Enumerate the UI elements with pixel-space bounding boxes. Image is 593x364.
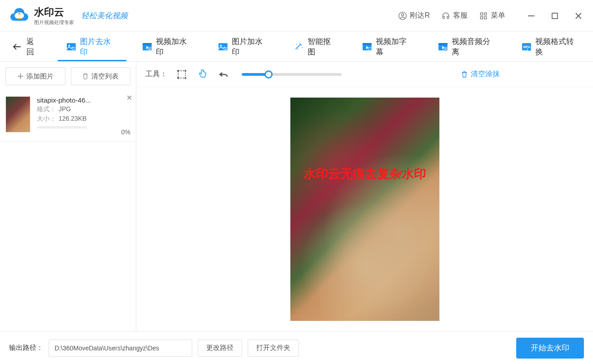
titlebar: 水印云 图片视频处理专家 轻松美化视频 刚达R 客服 菜单 bbox=[0, 0, 593, 32]
tab-image-add-watermark[interactable]: 图片加水印 bbox=[206, 32, 282, 61]
file-remove-button[interactable]: ✕ bbox=[126, 93, 132, 102]
clear-smear-button[interactable]: 清空涂抹 bbox=[461, 69, 500, 79]
image-plus-icon bbox=[218, 43, 228, 51]
svg-point-44 bbox=[184, 77, 186, 79]
canvas-area: 水印云无痕去复杂水印 bbox=[136, 87, 593, 331]
trash-icon bbox=[461, 71, 468, 78]
window-controls bbox=[526, 10, 584, 21]
svg-rect-8 bbox=[552, 13, 558, 19]
tab-label: 视频音频分离 bbox=[452, 36, 497, 57]
file-size: 大小： 126.23KB bbox=[37, 115, 130, 123]
svg-point-43 bbox=[177, 77, 179, 79]
service-label: 客服 bbox=[453, 11, 468, 20]
select-box-icon bbox=[176, 69, 187, 80]
menu-label: 菜单 bbox=[491, 11, 505, 20]
change-path-button[interactable]: 更改路径 bbox=[198, 339, 242, 357]
tab-label: 图片去水印 bbox=[80, 36, 118, 57]
image-icon bbox=[66, 43, 76, 51]
workspace: 工具： 清空涂抹 水印云无痕去复杂水印 bbox=[136, 62, 593, 331]
plus-icon bbox=[17, 73, 24, 79]
tab-audio-separate[interactable]: 视频音频分离 bbox=[426, 32, 509, 61]
minimize-button[interactable] bbox=[526, 10, 537, 21]
svg-point-12 bbox=[68, 44, 70, 46]
tab-label: 智能抠图 bbox=[308, 36, 338, 57]
grid-icon bbox=[479, 11, 488, 20]
canvas-image[interactable]: 水印云无痕去复杂水印 bbox=[290, 98, 439, 321]
watermark-text: 水印云无痕去复杂水印 bbox=[295, 166, 435, 182]
tab-smart-cutout[interactable]: 智能抠图 bbox=[282, 32, 350, 61]
tab-image-remove-watermark[interactable]: 图片去水印 bbox=[54, 32, 130, 61]
output-path-label: 输出路径： bbox=[9, 344, 43, 352]
select-tool[interactable] bbox=[175, 68, 188, 81]
main-area: 添加图片 清空列表 sitapix-photo-46... 格式： JPG 大小… bbox=[0, 62, 593, 331]
file-progress-percent: 0% bbox=[37, 128, 130, 136]
svg-rect-40 bbox=[178, 71, 185, 78]
tab-video-subtitle[interactable]: T 视频加字幕 bbox=[350, 32, 426, 61]
brush-tool[interactable] bbox=[196, 68, 209, 81]
undo-icon bbox=[218, 69, 229, 80]
svg-point-2 bbox=[402, 14, 404, 16]
file-item[interactable]: sitapix-photo-46... 格式： JPG 大小： 126.23KB… bbox=[0, 91, 136, 142]
close-icon bbox=[574, 12, 583, 20]
user-button[interactable]: 刚达R bbox=[398, 11, 430, 20]
output-path-input[interactable]: D:\360MoveData\Users\zhangyz\Des bbox=[49, 339, 192, 357]
video-audio-icon bbox=[438, 43, 448, 51]
clear-smear-label: 清空涂抹 bbox=[471, 69, 500, 79]
tab-label: 视频加字幕 bbox=[376, 36, 414, 57]
minimize-icon bbox=[527, 12, 535, 20]
file-name: sitapix-photo-46... bbox=[37, 96, 105, 104]
svg-rect-3 bbox=[480, 13, 483, 15]
sidebar: 添加图片 清空列表 sitapix-photo-46... 格式： JPG 大小… bbox=[0, 62, 136, 331]
sidebar-header: 添加图片 清空列表 bbox=[0, 62, 136, 91]
toolbar: 工具： 清空涂抹 bbox=[136, 62, 593, 87]
svg-point-37 bbox=[528, 47, 531, 51]
file-list: sitapix-photo-46... 格式： JPG 大小： 126.23KB… bbox=[0, 91, 136, 331]
close-button[interactable] bbox=[573, 10, 584, 21]
tab-video-convert[interactable]: MP4 视频格式转换 bbox=[509, 32, 593, 61]
file-format: 格式： JPG bbox=[37, 105, 130, 113]
add-image-button[interactable]: 添加图片 bbox=[5, 67, 65, 85]
wand-icon bbox=[294, 43, 304, 51]
slider-thumb[interactable] bbox=[264, 70, 273, 79]
undo-tool[interactable] bbox=[217, 68, 230, 81]
app-subtitle: 图片视频处理专家 bbox=[34, 19, 74, 26]
tab-label: 视频加水印 bbox=[156, 36, 194, 57]
app-slogan: 轻松美化视频 bbox=[81, 10, 128, 21]
file-info: sitapix-photo-46... 格式： JPG 大小： 126.23KB… bbox=[37, 96, 130, 136]
service-button[interactable]: 客服 bbox=[441, 11, 468, 20]
svg-point-21 bbox=[220, 44, 222, 46]
svg-rect-33 bbox=[439, 43, 448, 44]
back-button[interactable]: 返回 bbox=[0, 32, 54, 61]
svg-point-26 bbox=[302, 47, 303, 48]
menu-button[interactable]: 菜单 bbox=[479, 11, 505, 20]
svg-point-25 bbox=[296, 44, 297, 44]
start-button[interactable]: 开始去水印 bbox=[516, 338, 584, 359]
clear-list-button[interactable]: 清空列表 bbox=[71, 67, 131, 85]
tool-label: 工具： bbox=[145, 69, 167, 79]
tabs-bar: 返回 图片去水印 视频加水印 图片加水印 智能抠图 T 视频加字幕 视频音频分离… bbox=[0, 32, 593, 62]
titlebar-right: 刚达R 客服 菜单 bbox=[398, 10, 584, 21]
user-icon bbox=[398, 11, 407, 20]
open-folder-button[interactable]: 打开文件夹 bbox=[248, 339, 299, 357]
brush-size-slider[interactable] bbox=[242, 73, 342, 76]
hand-pointer-icon bbox=[197, 69, 208, 80]
tab-video-add-watermark[interactable]: 视频加水印 bbox=[130, 32, 206, 61]
clear-list-label: 清空列表 bbox=[91, 72, 119, 81]
video-text-icon: T bbox=[362, 43, 372, 51]
app-logo-icon bbox=[9, 5, 30, 26]
svg-point-27 bbox=[298, 49, 299, 49]
tab-label: 图片加水印 bbox=[232, 36, 269, 57]
svg-point-41 bbox=[177, 70, 179, 72]
mp4-icon: MP4 bbox=[522, 43, 532, 51]
file-thumbnail bbox=[5, 96, 30, 133]
headset-icon bbox=[441, 11, 450, 20]
maximize-button[interactable] bbox=[549, 10, 560, 21]
logo-area: 水印云 图片视频处理专家 轻松美化视频 bbox=[9, 5, 128, 26]
svg-rect-6 bbox=[484, 16, 487, 19]
app-name: 水印云 bbox=[34, 6, 64, 18]
user-label: 刚达R bbox=[410, 11, 430, 20]
arrow-left-icon bbox=[13, 43, 22, 50]
video-icon bbox=[142, 43, 152, 51]
svg-rect-4 bbox=[484, 13, 487, 15]
back-label: 返回 bbox=[26, 36, 41, 57]
